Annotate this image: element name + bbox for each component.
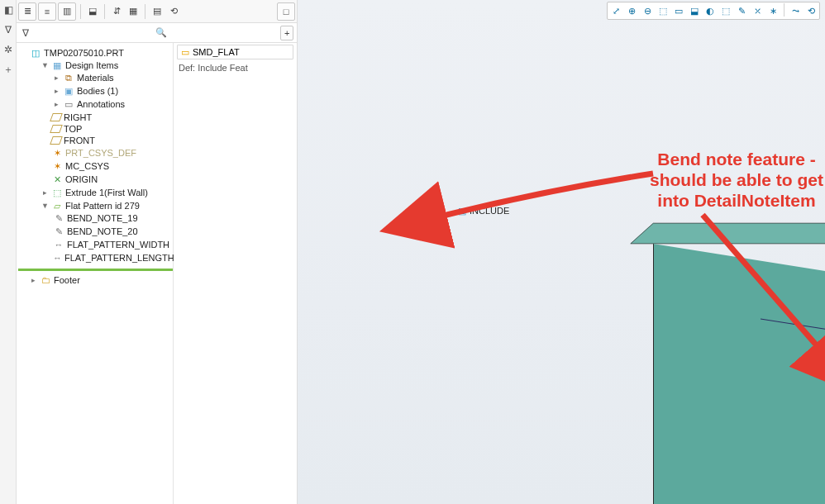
- csys-label: PRT_CSYS_DEF: [65, 148, 136, 158]
- expand-icon[interactable]: ▸: [53, 100, 60, 108]
- note-icon: ✎: [53, 212, 64, 224]
- plane-right-label: RIGHT: [64, 112, 92, 122]
- cols-icon[interactable]: ▥: [58, 2, 76, 21]
- flat-pattern-label: Flat Pattern id 279: [65, 201, 140, 211]
- model-tree[interactable]: ◫ TMP02075010.PRT ▼ ▦ Design Items: [17, 43, 173, 290]
- viewport[interactable]: ⤢ ⊕ ⊖ ⬚ ▭ ⬓ ◐ ⬚ ✎ ⤫ ∗ ⤳ ⟲ -90,00° -90,00…: [298, 0, 825, 504]
- separator: [784, 3, 784, 17]
- tree-icon[interactable]: ⬓: [85, 2, 100, 21]
- refresh-icon[interactable]: ✲: [2, 43, 15, 56]
- annotation-line2: should be able to get: [650, 170, 823, 189]
- tree-root[interactable]: ◫ TMP02075010.PRT: [30, 47, 173, 59]
- model-front-face[interactable]: [653, 244, 825, 504]
- collapse-icon[interactable]: ▼: [41, 202, 49, 210]
- panel-icon[interactable]: □: [277, 2, 295, 21]
- csys2-icon[interactable]: ⤫: [750, 3, 765, 18]
- flat-pattern-length-label: FLAT_PATTERN_LENGTH: [64, 253, 174, 263]
- table-icon[interactable]: ▤: [150, 2, 165, 21]
- tree-split: ◫ TMP02075010.PRT ▼ ▦ Design Items: [17, 43, 297, 504]
- annotations-node[interactable]: ▸ ▭ Annotations: [53, 98, 173, 110]
- annotations-label: Annotations: [77, 99, 125, 109]
- plane-front[interactable]: FRONT: [41, 136, 173, 145]
- def-text: Def: Include Feat: [177, 61, 293, 74]
- design-items-node[interactable]: ▼ ▦ Design Items: [41, 59, 173, 71]
- search-icon[interactable]: 🔍: [155, 27, 167, 38]
- csys-node[interactable]: ✶PRT_CSYS_DEF: [41, 147, 173, 159]
- bend-note-20[interactable]: ✎BEND_NOTE_20: [53, 226, 173, 237]
- filter2-icon[interactable]: ∇: [2, 23, 15, 36]
- extrude-label: Extrude 1(First Wall): [65, 188, 148, 197]
- zoom-out-icon[interactable]: ⊖: [640, 3, 655, 18]
- flat-pattern-length[interactable]: ↔FLAT_PATTERN_LENGTH: [53, 252, 173, 264]
- footer-node[interactable]: ▸🗀Footer: [30, 274, 173, 286]
- flat-pattern-width[interactable]: ↔FLAT_PATTERN_WIDTH: [53, 239, 173, 250]
- ann-icon[interactable]: ∗: [765, 3, 780, 18]
- plane-icon: [50, 113, 63, 121]
- expand-icon[interactable]: ▸: [53, 74, 60, 82]
- grid-icon[interactable]: ▦: [126, 2, 141, 21]
- mc-csys-node[interactable]: ✶MC_CSYS: [41, 160, 173, 172]
- materials-icon: ⧉: [63, 72, 74, 83]
- plane-front-label: FRONT: [64, 136, 95, 145]
- annotations-icon: ▭: [63, 98, 74, 110]
- fit-icon[interactable]: ⬚: [656, 3, 670, 18]
- csys-icon: ✶: [51, 147, 63, 159]
- wire-icon[interactable]: ⬚: [718, 3, 733, 18]
- zoom-all-icon[interactable]: ⤢: [608, 3, 623, 18]
- tree-root-label: TMP02075010.PRT: [44, 48, 124, 58]
- separator: [80, 4, 81, 19]
- model-top-face: [630, 223, 825, 244]
- flat-pattern-node[interactable]: ▼▱Flat Pattern id 279: [41, 200, 173, 212]
- rows-icon[interactable]: ≣: [18, 2, 36, 21]
- add-icon[interactable]: ＋: [2, 63, 15, 76]
- plane-top[interactable]: TOP: [41, 124, 173, 134]
- design-items-label: Design Items: [65, 60, 118, 70]
- left-rail: ◧ ∇ ✲ ＋: [0, 0, 17, 504]
- materials-node[interactable]: ▸ ⧉ Materials: [53, 72, 173, 83]
- bodies-node[interactable]: ▸ ▣ Bodies (1): [53, 85, 173, 97]
- plus-button[interactable]: +: [280, 26, 293, 40]
- script-icon[interactable]: ⟲: [166, 2, 181, 21]
- plane-top-label: TOP: [64, 124, 82, 134]
- mc-csys-label: MC_CSYS: [65, 161, 109, 171]
- edit-icon[interactable]: ✎: [734, 3, 749, 18]
- expand-icon[interactable]: ▸: [41, 188, 49, 197]
- origin-icon: ✕: [51, 174, 63, 185]
- part-icon[interactable]: ◧: [2, 3, 15, 17]
- expand-icon[interactable]: ▸: [53, 87, 60, 95]
- bend-note-19[interactable]: ✎BEND_NOTE_19: [53, 212, 173, 224]
- state-icon: ▭: [179, 46, 191, 58]
- info-column: ▭ SMD_FLAT Def: Include Feat: [174, 43, 297, 504]
- expand-icon[interactable]: ▸: [30, 276, 37, 284]
- bodies-label: Bodies (1): [77, 86, 118, 96]
- collapse-icon[interactable]: ▼: [41, 61, 49, 69]
- shade-icon[interactable]: ◐: [703, 3, 718, 18]
- tree-toolbar: ≣ ≡ ▥ ⬓ ⇵ ▦ ▤ ⟲ □: [17, 0, 297, 23]
- bend-note-20-label: BEND_NOTE_20: [67, 226, 138, 236]
- plane-right[interactable]: RIGHT: [41, 112, 173, 122]
- flat-pattern-width-label: FLAT_PATTERN_WIDTH: [67, 240, 169, 250]
- persp-icon[interactable]: ⬓: [687, 3, 702, 18]
- extrude-icon: ⬚: [51, 187, 63, 198]
- filter-row: ∇ 🔍 +: [17, 23, 297, 43]
- zoom-in-icon[interactable]: ⊕: [624, 3, 639, 18]
- dim-icon: ↔: [53, 252, 62, 264]
- include-badge: ▣ INCLUDE: [456, 205, 509, 216]
- state-selector[interactable]: ▭ SMD_FLAT: [177, 45, 293, 59]
- more-icon[interactable]: ⤳: [788, 3, 803, 18]
- box-icon[interactable]: ▭: [671, 3, 686, 18]
- funnel-icon[interactable]: ∇: [20, 26, 31, 40]
- filter-icon[interactable]: ⇵: [109, 2, 124, 21]
- list-icon[interactable]: ≡: [38, 2, 56, 21]
- annotation-text: Bend note feature - should be able to ge…: [650, 149, 823, 212]
- note-icon: ✎: [53, 226, 64, 237]
- include-icon: ▣: [456, 205, 468, 216]
- smd-label: SMD_FLAT: [193, 47, 240, 57]
- final-icon[interactable]: ⟲: [804, 3, 818, 18]
- filter-input[interactable]: [35, 27, 152, 39]
- annotation-line1: Bend note feature -: [657, 150, 815, 169]
- extrude-node[interactable]: ▸⬚Extrude 1(First Wall): [41, 187, 173, 198]
- origin-label: ORIGIN: [65, 174, 98, 184]
- app-root: ◧ ∇ ✲ ＋ ≣ ≡ ▥ ⬓ ⇵ ▦ ▤ ⟲ □ ∇ 🔍 +: [0, 0, 825, 504]
- origin-node[interactable]: ✕ORIGIN: [41, 174, 173, 185]
